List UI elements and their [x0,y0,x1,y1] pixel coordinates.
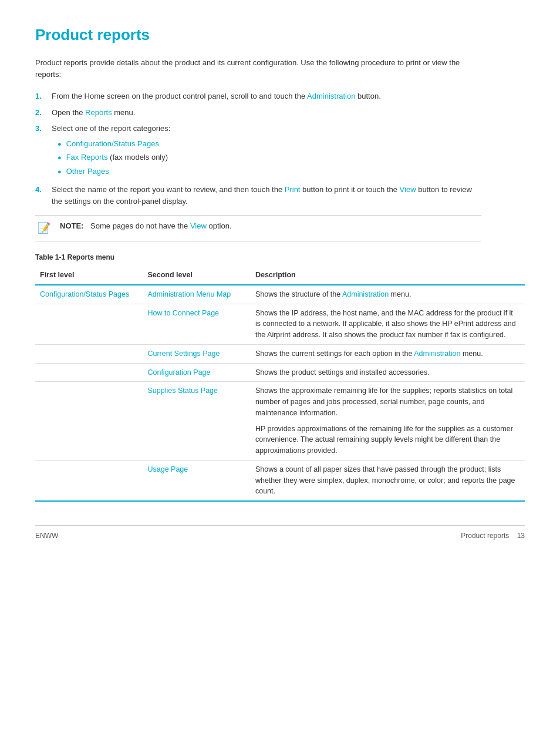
step-3: 3. Select one of the report categories: … [35,123,481,179]
cell-second-level-2: How to Connect Page [143,304,250,344]
step-2-num: 2. [35,107,52,119]
cell-first-level-1: Configuration/Status Pages [35,285,143,304]
cell-second-level-3: Current Settings Page [143,344,250,363]
table-row: How to Connect Page Shows the IP address… [35,304,525,344]
admin-menu-map-link[interactable]: Administration Menu Map [147,290,231,298]
cell-second-level-5: Supplies Status Page [143,382,250,461]
reports-table: First level Second level Description Con… [35,266,525,502]
print-link[interactable]: Print [285,185,301,194]
bullet-2: ● [58,153,62,163]
sub-item-fax: ● Fax Reports (fax models only) [58,152,481,163]
cell-desc-4: Shows the product settings and installed… [251,363,525,382]
step-4: 4. Select the name of the report you wan… [35,184,481,207]
cell-desc-1: Shows the structure of the Administratio… [251,285,525,304]
bullet-3: ● [58,167,62,177]
config-status-pages-link[interactable]: Configuration/Status Pages [66,138,159,150]
step-1-num: 1. [35,90,52,102]
cell-second-level-6: Usage Page [143,460,250,501]
step-3-num: 3. [35,123,52,179]
note-icon: 📝 [38,220,54,236]
note-box: 📝 NOTE: Some pages do not have the View … [35,215,481,241]
col-header-second: Second level [143,266,250,285]
cell-first-level-6 [35,460,143,501]
step-4-num: 4. [35,184,52,207]
view-link-1[interactable]: View [400,185,416,194]
step-1: 1. From the Home screen on the product c… [35,90,481,102]
other-pages-link[interactable]: Other Pages [66,166,109,177]
fax-note: (fax models only) [110,152,168,163]
note-label: NOTE: [60,221,83,230]
administration-link-1[interactable]: Administration [307,92,355,100]
cell-first-level-3 [35,344,143,363]
table-caption: Table 1-1 Reports menu [35,252,525,263]
step-2: 2. Open the Reports menu. [35,107,481,119]
footer-left: ENWW [35,530,58,541]
cell-first-level-2 [35,304,143,344]
table-body: Configuration/Status Pages Administratio… [35,285,525,501]
cell-desc-2: Shows the IP address, the host name, and… [251,304,525,344]
sub-item-other: ● Other Pages [58,166,481,177]
reports-link[interactable]: Reports [85,108,112,117]
table-row: Supplies Status Page Shows the approxima… [35,382,525,461]
col-header-first: First level [35,266,143,285]
table-row: Configuration/Status Pages Administratio… [35,285,525,304]
table-row: Usage Page Shows a count of all paper si… [35,460,525,501]
config-status-pages-table-link[interactable]: Configuration/Status Pages [40,290,129,298]
table-header: First level Second level Description [35,266,525,285]
fax-reports-link[interactable]: Fax Reports [66,152,108,163]
current-settings-page-link[interactable]: Current Settings Page [147,350,220,358]
col-header-description: Description [251,266,525,285]
administration-link-table-1[interactable]: Administration [342,290,389,298]
how-to-connect-link[interactable]: How to Connect Page [147,309,219,317]
cell-first-level-4 [35,363,143,382]
cell-desc-3: Shows the current settings for each opti… [251,344,525,363]
cell-desc-5: Shows the approximate remaining life for… [251,382,525,461]
steps-list: 1. From the Home screen on the product c… [35,90,481,207]
table-row: Current Settings Page Shows the current … [35,344,525,363]
administration-link-table-2[interactable]: Administration [414,350,460,358]
bullet-1: ● [58,139,62,149]
usage-page-link[interactable]: Usage Page [147,465,188,473]
page-footer: ENWW Product reports 13 [35,525,525,541]
footer-section-label: Product reports [461,532,509,540]
cell-second-level-4: Configuration Page [143,363,250,382]
step-2-content: Open the Reports menu. [52,107,481,119]
intro-paragraph: Product reports provide details about th… [35,57,481,80]
footer-right: Product reports 13 [461,530,525,541]
footer-page-num: 13 [517,532,525,540]
cell-first-level-5 [35,382,143,461]
report-categories-list: ● Configuration/Status Pages ● Fax Repor… [58,138,481,177]
note-text: NOTE: Some pages do not have the View op… [60,220,232,232]
configuration-page-link[interactable]: Configuration Page [147,368,210,377]
cell-second-level-1: Administration Menu Map [143,285,250,304]
sub-item-config: ● Configuration/Status Pages [58,138,481,150]
step-3-content: Select one of the report categories: ● C… [52,123,481,179]
step-1-content: From the Home screen on the product cont… [52,90,481,102]
page-title: Product reports [35,23,525,46]
table-row: Configuration Page Shows the product set… [35,363,525,382]
step-4-content: Select the name of the report you want t… [52,184,481,207]
supplies-status-page-link[interactable]: Supplies Status Page [147,387,218,395]
cell-desc-6: Shows a count of all paper sizes that ha… [251,460,525,501]
view-link-2[interactable]: View [190,221,207,230]
table-header-row: First level Second level Description [35,266,525,285]
